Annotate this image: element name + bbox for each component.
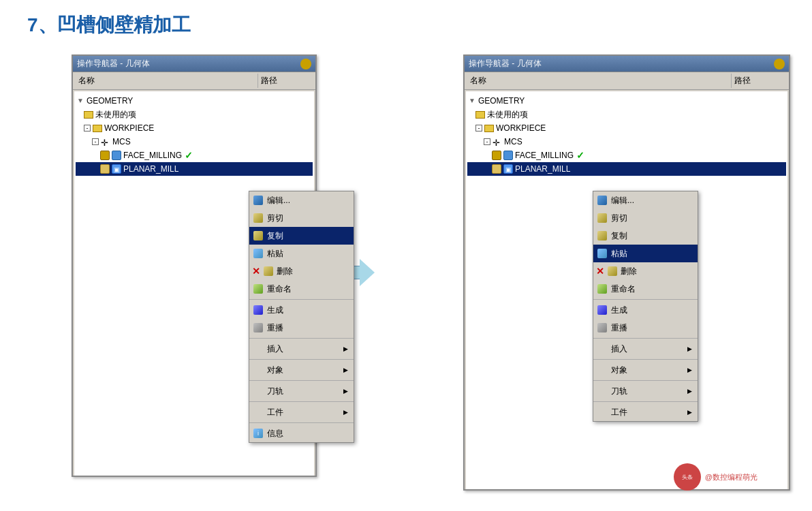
rename-icon bbox=[252, 283, 264, 295]
right-menu-divider2 bbox=[593, 338, 698, 339]
expand-icon[interactable]: - bbox=[84, 125, 91, 131]
left-menu-insert[interactable]: 插入 bbox=[249, 340, 354, 358]
right-delete-icon-shape bbox=[608, 266, 617, 276]
right-tree-item-planar-mill[interactable]: ▣ PLANAR_MILL bbox=[467, 162, 786, 176]
cut-label: 剪切 bbox=[267, 211, 283, 225]
right-menu-delete[interactable]: ✕ 删除 bbox=[593, 262, 698, 280]
right-tree-item-workpiece[interactable]: - WORKPIECE bbox=[467, 121, 786, 135]
left-menu-toolpath[interactable]: 刀轨 bbox=[249, 382, 354, 400]
right-rename-icon bbox=[596, 283, 608, 295]
object-icon bbox=[252, 364, 264, 376]
right-face-milling-checkmark: ✓ bbox=[576, 149, 584, 161]
right-tree-item-unused[interactable]: 未使用的项 bbox=[467, 108, 786, 121]
right-menu-copy[interactable]: 复制 bbox=[593, 227, 698, 245]
planar-mill-label: PLANAR_MILL bbox=[123, 163, 178, 175]
copy-icon-shape bbox=[253, 231, 263, 241]
right-edit-icon bbox=[596, 194, 608, 206]
edit-icon-shape bbox=[253, 196, 263, 205]
right-workpiece-label: 工件 bbox=[611, 405, 627, 419]
right-menu-cut[interactable]: 剪切 bbox=[593, 209, 698, 227]
edit-label: 编辑... bbox=[267, 193, 290, 207]
left-menu-object[interactable]: 对象 bbox=[249, 361, 354, 379]
generate-label: 生成 bbox=[267, 303, 283, 317]
right-menu-paste[interactable]: 粘贴 bbox=[593, 245, 698, 262]
tree-item-geometry[interactable]: ▼ GEOMETRY bbox=[76, 94, 313, 108]
right-tree-item-mcs[interactable]: - ✛ MCS bbox=[467, 135, 786, 149]
left-menu-paste[interactable]: 粘贴 bbox=[249, 245, 354, 262]
left-menu-rename[interactable]: 重命名 bbox=[249, 280, 354, 298]
right-menu-object[interactable]: 对象 bbox=[593, 361, 698, 379]
right-menu-replay[interactable]: 重播 bbox=[593, 319, 698, 337]
right-face-milling-label: FACE_MILLING bbox=[515, 149, 574, 161]
right-panel-icon bbox=[774, 59, 785, 69]
left-panel-title: 操作导航器 - 几何体 bbox=[77, 58, 150, 69]
right-tree-item-face-milling[interactable]: FACE_MILLING ✓ bbox=[467, 149, 786, 162]
right-tree-item-geometry[interactable]: ▼ GEOMETRY bbox=[467, 94, 786, 108]
delete-label: 删除 bbox=[277, 264, 293, 278]
right-menu-edit[interactable]: 编辑... bbox=[593, 191, 698, 209]
tree-item-planar-mill[interactable]: ▣ PLANAR_MILL bbox=[76, 162, 313, 176]
insert-icon bbox=[252, 343, 264, 355]
workpiece-label: 工件 bbox=[267, 405, 283, 419]
copy-label: 复制 bbox=[267, 229, 283, 243]
right-mcs-expand-icon[interactable]: - bbox=[484, 138, 490, 145]
tree-item-workpiece[interactable]: - WORKPIECE bbox=[76, 121, 313, 135]
right-insert-icon bbox=[596, 343, 608, 355]
right-insert-label: 插入 bbox=[611, 342, 627, 356]
generate-icon bbox=[252, 304, 264, 316]
right-generate-icon-shape bbox=[597, 305, 607, 315]
face-milling-checkmark: ✓ bbox=[185, 149, 193, 161]
face-milling-label: FACE_MILLING bbox=[123, 149, 182, 161]
right-unused-label: 未使用的项 bbox=[487, 108, 528, 121]
left-menu-cut[interactable]: 剪切 bbox=[249, 209, 354, 227]
info-label: 信息 bbox=[267, 427, 283, 440]
rename-label: 重命名 bbox=[267, 282, 292, 296]
tree-item-unused[interactable]: 未使用的项 bbox=[76, 108, 313, 121]
right-generate-icon bbox=[596, 304, 608, 316]
mcs-expand-icon[interactable]: - bbox=[92, 138, 99, 145]
right-menu-rename[interactable]: 重命名 bbox=[593, 280, 698, 298]
right-expand-icon[interactable]: - bbox=[475, 125, 482, 131]
right-menu-toolpath[interactable]: 刀轨 bbox=[593, 382, 698, 400]
left-menu-info[interactable]: i 信息 bbox=[249, 424, 354, 442]
right-panel-header: 名称 路径 bbox=[465, 72, 789, 90]
right-workpiece-label: WORKPIECE bbox=[496, 122, 546, 134]
right-edit-label: 编辑... bbox=[611, 193, 634, 207]
tree-item-face-milling[interactable]: FACE_MILLING ✓ bbox=[76, 149, 313, 162]
left-menu-delete[interactable]: ✕ 删除 bbox=[249, 262, 354, 280]
left-menu-divider4 bbox=[249, 380, 354, 381]
left-menu-copy[interactable]: 复制 bbox=[249, 227, 354, 245]
planar-mill-op-icon: ▣ bbox=[112, 164, 121, 174]
right-panel-titlebar: 操作导航器 - 几何体 bbox=[465, 56, 789, 72]
right-menu-generate[interactable]: 生成 bbox=[593, 301, 698, 319]
col-name-label: 名称 bbox=[76, 74, 258, 88]
left-menu-generate[interactable]: 生成 bbox=[249, 301, 354, 319]
right-edit-icon-shape bbox=[597, 196, 607, 205]
right-delete-label: 删除 bbox=[621, 264, 637, 278]
right-copy-label: 复制 bbox=[611, 229, 627, 243]
left-menu-workpiece[interactable]: 工件 bbox=[249, 403, 354, 421]
right-workpiece-icon bbox=[596, 406, 608, 418]
folder-icon bbox=[84, 111, 93, 119]
replay-icon-shape bbox=[253, 323, 263, 332]
geometry-label: GEOMETRY bbox=[87, 95, 133, 107]
left-panel-header: 名称 路径 bbox=[73, 72, 315, 90]
left-menu-edit[interactable]: 编辑... bbox=[249, 191, 354, 209]
left-panel-icon bbox=[300, 59, 311, 69]
right-paste-label: 粘贴 bbox=[611, 247, 627, 260]
workpiece-label: WORKPIECE bbox=[104, 122, 154, 134]
right-copy-icon-shape bbox=[597, 231, 607, 241]
right-menu-divider5 bbox=[593, 401, 698, 402]
insert-label: 插入 bbox=[267, 342, 283, 356]
right-paste-icon-shape bbox=[597, 249, 607, 258]
copy-icon bbox=[252, 230, 264, 242]
right-paste-icon bbox=[596, 247, 608, 260]
watermark: 头条 @数控编程萌光 bbox=[674, 463, 758, 491]
right-planar-mill-op-icon: ▣ bbox=[503, 164, 513, 174]
right-menu-workpiece[interactable]: 工件 bbox=[593, 403, 698, 421]
right-col-path-label: 路径 bbox=[732, 74, 786, 88]
right-menu-insert[interactable]: 插入 bbox=[593, 340, 698, 358]
planar-mill-icon bbox=[100, 164, 110, 174]
left-menu-replay[interactable]: 重播 bbox=[249, 319, 354, 337]
tree-item-mcs[interactable]: - ✛ MCS bbox=[76, 135, 313, 149]
